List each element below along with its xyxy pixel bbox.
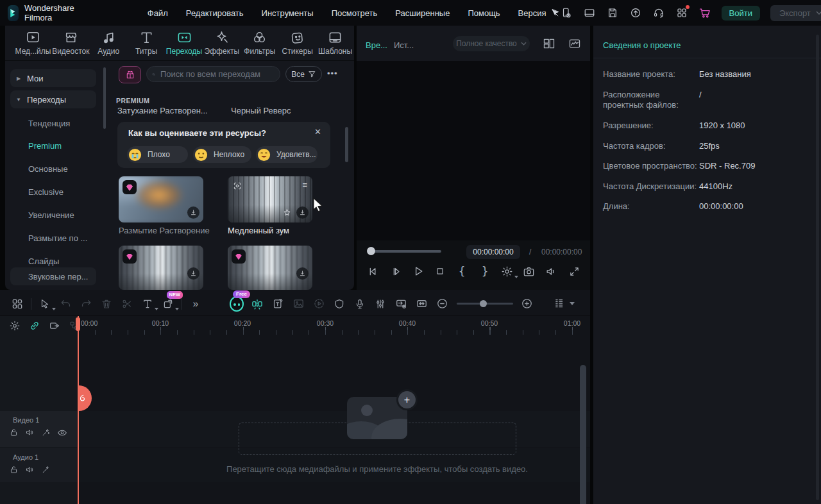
menu-version[interactable]: Версия [509, 8, 555, 18]
menu-edit[interactable]: Редактировать [177, 8, 253, 18]
tab-titles[interactable]: Титры [128, 26, 165, 60]
tab-filters[interactable]: Фильтры [241, 26, 278, 60]
quality-dropdown[interactable]: Полное качество [453, 36, 530, 51]
export-button[interactable]: Экспорт [770, 5, 821, 21]
transition-item[interactable] [119, 246, 203, 290]
zoom-slider-handle[interactable] [480, 300, 487, 307]
tab-transitions[interactable]: Переходы [165, 26, 203, 60]
export-frame-tool[interactable] [291, 297, 305, 311]
rating-close-icon[interactable]: ✕ [314, 127, 321, 137]
menu-view[interactable]: Посмотреть [323, 8, 387, 18]
sidebar-item-basic[interactable]: Основные [28, 164, 68, 174]
volume-icon[interactable] [543, 264, 559, 279]
lock-track-icon[interactable] [9, 428, 19, 438]
track-height-caret[interactable] [570, 302, 575, 305]
preview-viewport[interactable] [357, 61, 590, 240]
zoom-in-button[interactable] [520, 297, 534, 311]
track-visibility-eye-icon[interactable] [57, 428, 67, 438]
rating-option-bad[interactable]: Плохо [127, 146, 188, 163]
transition-item-blur-dissolve[interactable] [119, 176, 203, 223]
workspace-layout-icon[interactable] [10, 297, 24, 311]
add-media-plus-icon[interactable]: + [396, 389, 418, 410]
sidebar-group-transitions[interactable]: ▼Переходы [10, 90, 96, 108]
prev-item-label[interactable]: Затухание Растворен... [117, 106, 208, 115]
more-options-button[interactable]: ••• [327, 69, 338, 78]
current-timecode[interactable]: 00:00:00:00 [466, 245, 520, 259]
cloud-upload-icon[interactable] [629, 6, 642, 19]
preview-tab-source[interactable]: Ист... [394, 40, 414, 50]
select-tool[interactable] [38, 297, 52, 311]
crop-rotate-tool[interactable]: NEW [161, 297, 175, 311]
transition-item[interactable] [228, 246, 312, 290]
auto-ripple-link-icon[interactable] [29, 320, 40, 332]
sidebar-item-premium[interactable]: Premium [28, 141, 62, 151]
save-icon[interactable] [606, 6, 619, 19]
mask-tool[interactable] [332, 297, 346, 311]
apps-grid-icon[interactable] [675, 6, 688, 19]
item-menu-icon[interactable]: ≡ [302, 180, 307, 190]
playhead-marker[interactable] [76, 317, 80, 331]
magic-wand-icon[interactable] [41, 465, 51, 475]
prev-frame-button[interactable] [364, 264, 380, 279]
sidebar-item-exclusive[interactable]: Exclusive [28, 187, 63, 197]
menu-advanced[interactable]: Расширенные [386, 8, 459, 18]
sidebar-item-blur[interactable]: Размытие по ... [28, 233, 87, 243]
delete-button[interactable] [99, 297, 114, 311]
record-voiceover-tool[interactable] [353, 297, 367, 311]
panel-layout-icon[interactable] [583, 6, 596, 19]
sidebar-scrollbar[interactable] [103, 67, 106, 129]
download-icon[interactable] [296, 206, 309, 219]
magic-wand-icon[interactable] [41, 428, 51, 438]
transition-item-slow-zoom[interactable]: ≡ [228, 176, 312, 223]
track-height-button[interactable] [552, 297, 566, 311]
library-scrollbar[interactable] [345, 127, 348, 162]
smart-split-tool[interactable] [250, 297, 264, 311]
snapshot-camera-icon[interactable] [521, 264, 536, 279]
next-frame-button[interactable] [388, 264, 403, 279]
login-button[interactable]: Войти [722, 6, 760, 21]
lock-track-icon[interactable] [9, 465, 19, 475]
render-preview-tool[interactable] [312, 297, 326, 311]
seek-slider[interactable] [368, 250, 441, 253]
download-icon[interactable] [187, 206, 199, 219]
tab-stock[interactable]: Видеосток [52, 26, 90, 60]
menu-help[interactable]: Помощь [459, 8, 509, 18]
tab-audio[interactable]: Аудио [90, 26, 128, 60]
sidebar-item-trending[interactable]: Тенденция [28, 119, 70, 128]
filter-all-button[interactable]: Все [285, 66, 322, 82]
copy-properties-tool[interactable] [271, 297, 285, 311]
mute-track-icon[interactable] [25, 428, 35, 438]
preview-settings-icon[interactable] [499, 264, 514, 279]
preview-tab-timeline[interactable]: Вре... [366, 40, 387, 50]
cart-icon[interactable] [698, 6, 711, 19]
audio-mixer-tool[interactable] [373, 297, 387, 311]
fullscreen-icon[interactable] [566, 264, 582, 279]
sidebar-group-my[interactable]: ▶Мои [10, 69, 96, 87]
timeline-ruler[interactable]: 00:00 00:10 00:20 00:30 00:40 00:50 01:0… [77, 316, 590, 337]
sidebar-item-audio-transitions[interactable]: Звуковые пер... [28, 272, 88, 281]
project-panel-scrollbar[interactable] [816, 35, 819, 500]
sidebar-item-slides[interactable]: Слайды [28, 256, 59, 266]
tab-stickers[interactable]: Стикеры [278, 26, 316, 60]
timeline-zoom-slider[interactable] [457, 303, 513, 305]
sidebar-item-zoom[interactable]: Увеличение [28, 210, 74, 220]
menu-file[interactable]: Файл [139, 8, 177, 18]
rating-option-satisfied[interactable]: Удовлетв... [256, 146, 317, 163]
ai-copilot-button[interactable]: Free [230, 297, 244, 311]
mute-track-icon[interactable] [25, 465, 35, 475]
linked-clip-icon[interactable] [49, 320, 60, 332]
track-manager-tool[interactable] [394, 297, 408, 311]
stop-button[interactable] [432, 264, 448, 279]
prev-item-label[interactable]: Черный Реверс [231, 106, 291, 115]
menu-tools[interactable]: Инструменты [253, 8, 323, 18]
more-tools-chevrons[interactable]: » [189, 297, 203, 311]
redo-button[interactable] [79, 297, 93, 311]
split-scissors-button[interactable] [120, 297, 134, 311]
playhead-handle[interactable] [79, 385, 92, 411]
pack-store-button[interactable] [119, 66, 141, 83]
favorite-star-icon[interactable] [281, 206, 293, 219]
play-button[interactable] [410, 264, 426, 279]
rating-option-ok[interactable]: Неплохо [193, 146, 251, 163]
tab-media[interactable]: Мед...йлы [14, 26, 52, 60]
zoom-out-button[interactable] [435, 297, 449, 311]
